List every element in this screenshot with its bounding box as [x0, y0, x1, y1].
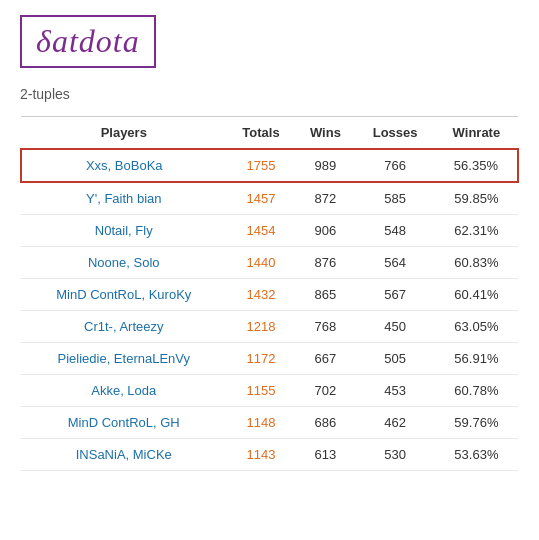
cell-players[interactable]: Xxs, BoBoKa	[21, 149, 227, 182]
cell-wins: 686	[295, 407, 355, 439]
cell-wins: 865	[295, 279, 355, 311]
cell-players[interactable]: Cr1t-, Arteezy	[21, 311, 227, 343]
table-row: Xxs, BoBoKa175598976656.35%	[21, 149, 518, 182]
cell-winrate: 60.41%	[435, 279, 518, 311]
cell-wins: 768	[295, 311, 355, 343]
cell-players[interactable]: N0tail, Fly	[21, 215, 227, 247]
col-header-players: Players	[21, 117, 227, 150]
table-row: Y', Faith bian145787258559.85%	[21, 182, 518, 215]
player-link[interactable]: Xxs, BoBoKa	[86, 158, 163, 173]
cell-losses: 548	[355, 215, 434, 247]
table-row: Cr1t-, Arteezy121876845063.05%	[21, 311, 518, 343]
cell-totals: 1755	[227, 149, 296, 182]
cell-totals: 1457	[227, 182, 296, 215]
player-link[interactable]: INSaNiA, MiCKe	[76, 447, 172, 462]
col-header-wins: Wins	[295, 117, 355, 150]
cell-losses: 462	[355, 407, 434, 439]
table-row: MinD ContRoL, KuroKy143286556760.41%	[21, 279, 518, 311]
cell-losses: 530	[355, 439, 434, 471]
cell-winrate: 60.83%	[435, 247, 518, 279]
cell-wins: 667	[295, 343, 355, 375]
cell-wins: 702	[295, 375, 355, 407]
cell-winrate: 62.31%	[435, 215, 518, 247]
cell-losses: 450	[355, 311, 434, 343]
table-row: N0tail, Fly145490654862.31%	[21, 215, 518, 247]
player-link[interactable]: Noone, Solo	[88, 255, 160, 270]
col-header-totals: Totals	[227, 117, 296, 150]
cell-wins: 876	[295, 247, 355, 279]
cell-totals: 1143	[227, 439, 296, 471]
cell-totals: 1454	[227, 215, 296, 247]
player-link[interactable]: MinD ContRoL, KuroKy	[56, 287, 191, 302]
player-link[interactable]: N0tail, Fly	[95, 223, 153, 238]
cell-players[interactable]: MinD ContRoL, GH	[21, 407, 227, 439]
player-link[interactable]: Y', Faith bian	[86, 191, 161, 206]
cell-wins: 989	[295, 149, 355, 182]
cell-players[interactable]: Akke, Loda	[21, 375, 227, 407]
cell-winrate: 59.85%	[435, 182, 518, 215]
logo-text: δatdota	[36, 23, 140, 59]
player-link[interactable]: MinD ContRoL, GH	[68, 415, 180, 430]
player-link[interactable]: Pieliedie, EternaLEnVy	[58, 351, 191, 366]
cell-wins: 906	[295, 215, 355, 247]
logo-box: δatdota	[20, 15, 156, 68]
cell-players[interactable]: INSaNiA, MiCKe	[21, 439, 227, 471]
cell-losses: 505	[355, 343, 434, 375]
page-subtitle: 2-tuples	[20, 86, 519, 102]
table-row: MinD ContRoL, GH114868646259.76%	[21, 407, 518, 439]
cell-players[interactable]: MinD ContRoL, KuroKy	[21, 279, 227, 311]
cell-losses: 453	[355, 375, 434, 407]
cell-losses: 567	[355, 279, 434, 311]
cell-players[interactable]: Noone, Solo	[21, 247, 227, 279]
table-row: Pieliedie, EternaLEnVy117266750556.91%	[21, 343, 518, 375]
table-row: INSaNiA, MiCKe114361353053.63%	[21, 439, 518, 471]
cell-winrate: 53.63%	[435, 439, 518, 471]
table-row: Noone, Solo144087656460.83%	[21, 247, 518, 279]
cell-totals: 1172	[227, 343, 296, 375]
player-link[interactable]: Akke, Loda	[91, 383, 156, 398]
table-row: Akke, Loda115570245360.78%	[21, 375, 518, 407]
player-link[interactable]: Cr1t-, Arteezy	[84, 319, 163, 334]
table-header-row: Players Totals Wins Losses Winrate	[21, 117, 518, 150]
cell-wins: 613	[295, 439, 355, 471]
cell-losses: 564	[355, 247, 434, 279]
cell-wins: 872	[295, 182, 355, 215]
cell-totals: 1432	[227, 279, 296, 311]
col-header-losses: Losses	[355, 117, 434, 150]
cell-players[interactable]: Pieliedie, EternaLEnVy	[21, 343, 227, 375]
cell-winrate: 63.05%	[435, 311, 518, 343]
cell-winrate: 56.91%	[435, 343, 518, 375]
cell-totals: 1148	[227, 407, 296, 439]
cell-losses: 766	[355, 149, 434, 182]
col-header-winrate: Winrate	[435, 117, 518, 150]
cell-winrate: 60.78%	[435, 375, 518, 407]
cell-totals: 1218	[227, 311, 296, 343]
cell-losses: 585	[355, 182, 434, 215]
cell-players[interactable]: Y', Faith bian	[21, 182, 227, 215]
cell-winrate: 59.76%	[435, 407, 518, 439]
cell-totals: 1440	[227, 247, 296, 279]
cell-winrate: 56.35%	[435, 149, 518, 182]
stats-table: Players Totals Wins Losses Winrate Xxs, …	[20, 116, 519, 471]
cell-totals: 1155	[227, 375, 296, 407]
